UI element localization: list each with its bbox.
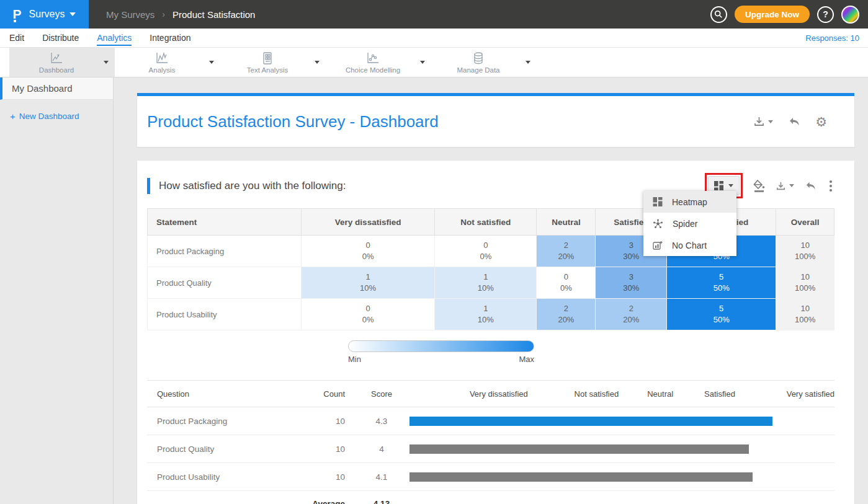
question-label: Product Quality [147,444,304,454]
scale-satisfied: Satisfied [704,389,735,399]
widget-more-options-button[interactable] [827,179,834,193]
chevron-down-icon [728,184,733,187]
product-switcher[interactable]: P Surveys [0,0,89,29]
statement-label: Product Packaging [148,236,302,267]
col-overall: Overall [776,209,834,236]
undo-icon [788,116,800,127]
dashboard-title-card: Product Satisfaction Survey - Dashboard … [137,93,854,147]
choice-modelling-dropdown-caret[interactable] [420,48,431,77]
score-header-row: Question Count Score Very dissatisfied N… [147,380,834,407]
heatmap-icon [653,197,663,206]
scale-very-dissatisfied: Very dissatisfied [470,389,528,399]
analysis-dropdown-caret[interactable] [209,48,220,77]
table-row: Product Packaging 10 4.3 [147,407,834,435]
tab-distribute[interactable]: Distribute [42,30,79,46]
dashboard-download-button[interactable] [753,116,773,127]
avatar[interactable] [841,6,859,24]
tab-integration[interactable]: Integration [150,30,190,46]
ribbon-dashboard[interactable]: Dashboard [9,48,115,77]
dashboard-sidebar: My Dashboard + New Dashboard [0,77,114,504]
tab-edit[interactable]: Edit [9,30,24,46]
text-analysis-icon [261,51,274,65]
score-bar [409,417,772,426]
legend-max-label: Max [519,355,534,364]
col-neutral: Neutral [537,209,596,236]
dashboard-dropdown-caret[interactable] [104,48,115,77]
widget-undo-button[interactable] [805,180,817,191]
ribbon-analysis[interactable]: Analysis [115,48,220,77]
score-table: Question Count Score Very dissatisfied N… [147,380,834,504]
dashboard-settings-button[interactable]: ⚙ [815,115,827,128]
top-navigation: P Surveys My Surveys › Product Satisfact… [0,0,868,29]
heatmap-cell: 220% [537,236,596,267]
tabs: Edit Distribute Analytics Integration [9,30,805,46]
responses-count[interactable]: Responses: 10 [805,33,859,43]
new-dashboard-button[interactable]: + New Dashboard [10,111,113,122]
table-row: Product Quality 110% 110% 00% 330% 550% … [148,267,834,299]
average-row: Average 4.13 [147,491,834,504]
heatmap-cell: 00% [537,267,596,299]
heatmap-cell: 330% [596,267,667,299]
color-underline [754,190,764,192]
dashboard-undo-button[interactable] [788,116,800,127]
average-value: 4.13 [354,499,409,504]
breadcrumb: My Surveys › Product Satisfaction [106,9,710,20]
survey-tabbar: Edit Distribute Analytics Integration Re… [0,29,868,48]
widget-download-button[interactable] [776,181,794,191]
dashboard-chart-icon [49,51,64,65]
average-label: Average [304,499,354,504]
menu-item-no-chart[interactable]: No Chart [643,234,736,256]
score-scale-labels: Very dissatisfied Not satisfied Neutral … [409,381,834,407]
topbar-actions: Upgrade Now ? [710,6,868,24]
col-very-dissatisfied: Very dissatisfied [302,209,435,236]
satisfaction-widget: How satisfied are you with the following… [137,161,854,504]
product-name: Surveys [29,9,65,20]
manage-data-dropdown-caret[interactable] [526,48,537,77]
question-label: Product Usability [147,472,304,482]
chart-type-grid-icon [714,181,723,190]
heatmap-cell: 550% [667,267,776,299]
score-value: 4 [354,444,409,454]
widget-question-title: How satisfied are you with the following… [147,178,346,194]
count-value: 10 [304,444,354,454]
ribbon-choice-modelling[interactable]: Choice Modelling [326,48,431,77]
heatmap-cell: 00% [302,236,435,267]
ribbon-manage-data[interactable]: Manage Data [431,48,537,77]
table-row: Product Usability 00% 110% 220% 220% 550… [148,299,834,330]
breadcrumb-separator: › [162,9,165,19]
menu-item-spider[interactable]: Spider [643,213,736,234]
page-title: Product Satisfaction Survey - Dashboard [147,112,439,131]
chevron-down-icon [768,120,773,123]
questionpro-logo-icon: P [13,7,24,22]
breadcrumb-my-surveys[interactable]: My Surveys [106,9,154,20]
dashboard-actions: ⚙ [753,115,827,128]
heatmap-cell: 00% [302,299,435,330]
main-content: Product Satisfaction Survey - Dashboard … [114,77,868,504]
download-icon [753,116,765,127]
no-chart-icon [653,241,663,250]
fill-color-button[interactable] [753,180,765,192]
score-bar [409,472,753,482]
heatmap-cell: 220% [596,299,667,330]
col-score: Score [354,389,409,399]
chevron-down-icon [789,184,794,187]
download-icon [776,181,786,191]
scale-very-satisfied: Very satisfied [787,389,834,399]
help-button[interactable]: ? [817,6,834,23]
tab-analytics[interactable]: Analytics [97,30,132,46]
ribbon-text-analysis[interactable]: Text Analysis [220,48,326,77]
chart-type-menu: Heatmap Spider No Chart [643,191,736,256]
menu-item-heatmap[interactable]: Heatmap [643,191,736,213]
sidebar-item-my-dashboard[interactable]: My Dashboard [0,77,113,100]
text-analysis-dropdown-caret[interactable] [315,48,326,77]
analytics-ribbon: Dashboard Analysis Text Analysis Choice … [0,48,868,77]
heatmap-cell: 110% [435,267,537,299]
search-button[interactable] [710,6,727,23]
question-label: Product Packaging [147,417,304,426]
score-value: 4.1 [354,472,409,482]
heatmap-cell: 10100% [776,299,834,330]
plus-icon: + [10,111,16,122]
upgrade-now-button[interactable]: Upgrade Now [735,6,810,23]
heatmap-cell: 550% [667,299,776,330]
col-question: Question [147,389,304,399]
